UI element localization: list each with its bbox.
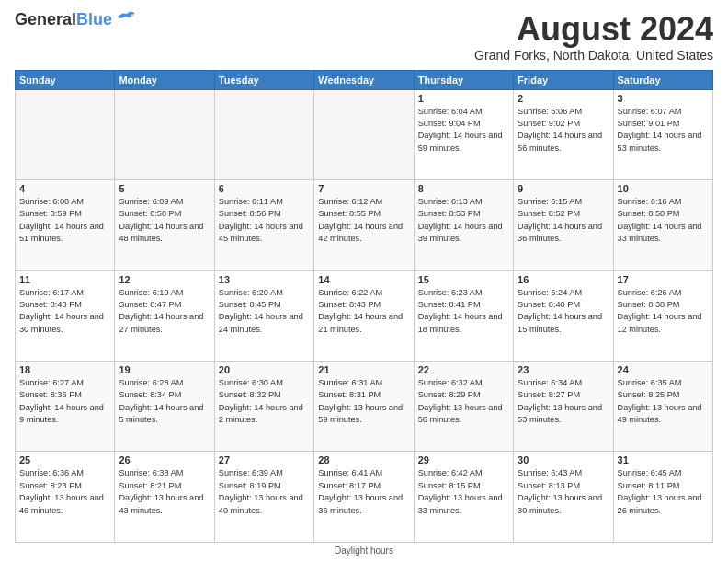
day-number: 13 [219,274,310,285]
day-info: Sunrise: 6:06 AM Sunset: 9:02 PM Dayligh… [518,106,609,155]
day-info: Sunrise: 6:39 AM Sunset: 8:19 PM Dayligh… [219,467,310,516]
day-info: Sunrise: 6:41 AM Sunset: 8:17 PM Dayligh… [318,467,409,516]
day-info: Sunrise: 6:36 AM Sunset: 8:23 PM Dayligh… [19,467,110,516]
calendar-day-15: 15 Sunrise: 6:23 AM Sunset: 8:41 PM Dayl… [414,270,513,361]
day-number: 28 [318,454,409,465]
calendar-day-5: 5 Sunrise: 6:09 AM Sunset: 8:58 PM Dayli… [115,180,214,270]
day-number: 1 [418,93,509,104]
col-saturday: Saturday [613,70,712,89]
calendar-week-4: 18 Sunrise: 6:27 AM Sunset: 8:36 PM Dayl… [16,362,713,452]
day-info: Sunrise: 6:16 AM Sunset: 8:50 PM Dayligh… [618,196,709,245]
day-number: 12 [119,274,210,285]
day-info: Sunrise: 6:11 AM Sunset: 8:56 PM Dayligh… [219,196,310,245]
day-info: Sunrise: 6:13 AM Sunset: 8:53 PM Dayligh… [418,196,509,245]
calendar-day-19: 19 Sunrise: 6:28 AM Sunset: 8:34 PM Dayl… [115,362,214,452]
day-number: 11 [19,274,110,285]
day-number: 5 [119,183,210,194]
day-number: 14 [318,274,409,285]
day-number: 30 [518,454,609,465]
calendar-day-25: 25 Sunrise: 6:36 AM Sunset: 8:23 PM Dayl… [16,452,115,543]
day-number: 17 [618,274,709,285]
day-number: 2 [518,93,609,104]
day-info: Sunrise: 6:45 AM Sunset: 8:11 PM Dayligh… [618,467,709,516]
calendar-day-14: 14 Sunrise: 6:22 AM Sunset: 8:43 PM Dayl… [314,270,414,361]
day-number: 15 [418,274,509,285]
location: Grand Forks, North Dakota, United States [474,48,713,63]
title-block: August 2024 Grand Forks, North Dakota, U… [474,11,713,63]
day-number: 27 [219,454,310,465]
col-sunday: Sunday [16,70,115,89]
day-info: Sunrise: 6:27 AM Sunset: 8:36 PM Dayligh… [19,377,110,426]
calendar-day-28: 28 Sunrise: 6:41 AM Sunset: 8:17 PM Dayl… [314,452,414,543]
day-number: 19 [119,364,210,375]
header: GeneralBlue August 2024 Grand Forks, Nor… [15,11,713,63]
calendar-day-13: 13 Sunrise: 6:20 AM Sunset: 8:45 PM Dayl… [214,270,313,361]
calendar-day-empty [214,89,313,179]
day-info: Sunrise: 6:35 AM Sunset: 8:25 PM Dayligh… [618,377,709,426]
calendar-day-18: 18 Sunrise: 6:27 AM Sunset: 8:36 PM Dayl… [16,362,115,452]
calendar-day-2: 2 Sunrise: 6:06 AM Sunset: 9:02 PM Dayli… [514,89,613,179]
day-info: Sunrise: 6:17 AM Sunset: 8:48 PM Dayligh… [19,287,110,336]
day-info: Sunrise: 6:26 AM Sunset: 8:38 PM Dayligh… [618,287,709,336]
calendar-day-20: 20 Sunrise: 6:30 AM Sunset: 8:32 PM Dayl… [214,362,313,452]
day-info: Sunrise: 6:23 AM Sunset: 8:41 PM Dayligh… [418,287,509,336]
day-number: 16 [518,274,609,285]
calendar-day-7: 7 Sunrise: 6:12 AM Sunset: 8:55 PM Dayli… [314,180,414,270]
day-info: Sunrise: 6:08 AM Sunset: 8:59 PM Dayligh… [19,196,110,245]
logo-bird-icon [116,10,136,27]
logo-blue: Blue [76,10,112,29]
calendar-table: Sunday Monday Tuesday Wednesday Thursday… [15,70,713,543]
day-number: 18 [19,364,110,375]
day-number: 26 [119,454,210,465]
day-info: Sunrise: 6:43 AM Sunset: 8:13 PM Dayligh… [518,467,609,516]
calendar-day-12: 12 Sunrise: 6:19 AM Sunset: 8:47 PM Dayl… [115,270,214,361]
calendar-day-6: 6 Sunrise: 6:11 AM Sunset: 8:56 PM Dayli… [214,180,313,270]
day-info: Sunrise: 6:31 AM Sunset: 8:31 PM Dayligh… [318,377,409,426]
col-monday: Monday [115,70,214,89]
calendar-day-26: 26 Sunrise: 6:38 AM Sunset: 8:21 PM Dayl… [115,452,214,543]
day-number: 3 [618,93,709,104]
logo-general: General [15,10,76,29]
calendar-day-23: 23 Sunrise: 6:34 AM Sunset: 8:27 PM Dayl… [514,362,613,452]
calendar-day-11: 11 Sunrise: 6:17 AM Sunset: 8:48 PM Dayl… [16,270,115,361]
day-info: Sunrise: 6:04 AM Sunset: 9:04 PM Dayligh… [418,106,509,155]
calendar-day-17: 17 Sunrise: 6:26 AM Sunset: 8:38 PM Dayl… [613,270,712,361]
day-number: 29 [418,454,509,465]
calendar-day-8: 8 Sunrise: 6:13 AM Sunset: 8:53 PM Dayli… [414,180,513,270]
col-thursday: Thursday [414,70,513,89]
col-wednesday: Wednesday [314,70,414,89]
day-number: 6 [219,183,310,194]
day-number: 10 [618,183,709,194]
day-info: Sunrise: 6:09 AM Sunset: 8:58 PM Dayligh… [119,196,210,245]
day-number: 31 [618,454,709,465]
calendar-day-30: 30 Sunrise: 6:43 AM Sunset: 8:13 PM Dayl… [514,452,613,543]
calendar-day-3: 3 Sunrise: 6:07 AM Sunset: 9:01 PM Dayli… [613,89,712,179]
calendar-day-empty [115,89,214,179]
month-year: August 2024 [474,11,713,48]
day-number: 21 [318,364,409,375]
page: GeneralBlue August 2024 Grand Forks, Nor… [0,0,728,563]
day-info: Sunrise: 6:34 AM Sunset: 8:27 PM Dayligh… [518,377,609,426]
col-friday: Friday [514,70,613,89]
day-number: 9 [518,183,609,194]
logo: GeneralBlue [15,11,136,29]
day-number: 25 [19,454,110,465]
calendar-day-empty [314,89,414,179]
day-info: Sunrise: 6:22 AM Sunset: 8:43 PM Dayligh… [318,287,409,336]
calendar-day-10: 10 Sunrise: 6:16 AM Sunset: 8:50 PM Dayl… [613,180,712,270]
day-number: 20 [219,364,310,375]
calendar-day-24: 24 Sunrise: 6:35 AM Sunset: 8:25 PM Dayl… [613,362,712,452]
day-info: Sunrise: 6:20 AM Sunset: 8:45 PM Dayligh… [219,287,310,336]
day-info: Sunrise: 6:07 AM Sunset: 9:01 PM Dayligh… [618,106,709,155]
calendar-day-22: 22 Sunrise: 6:32 AM Sunset: 8:29 PM Dayl… [414,362,513,452]
calendar-week-1: 1 Sunrise: 6:04 AM Sunset: 9:04 PM Dayli… [16,89,713,179]
calendar-week-5: 25 Sunrise: 6:36 AM Sunset: 8:23 PM Dayl… [16,452,713,543]
day-info: Sunrise: 6:28 AM Sunset: 8:34 PM Dayligh… [119,377,210,426]
calendar-day-1: 1 Sunrise: 6:04 AM Sunset: 9:04 PM Dayli… [414,89,513,179]
day-info: Sunrise: 6:38 AM Sunset: 8:21 PM Dayligh… [119,467,210,516]
day-number: 22 [418,364,509,375]
day-info: Sunrise: 6:24 AM Sunset: 8:40 PM Dayligh… [518,287,609,336]
calendar-week-2: 4 Sunrise: 6:08 AM Sunset: 8:59 PM Dayli… [16,180,713,270]
footer-daylight: Daylight hours [15,546,713,556]
day-number: 24 [618,364,709,375]
